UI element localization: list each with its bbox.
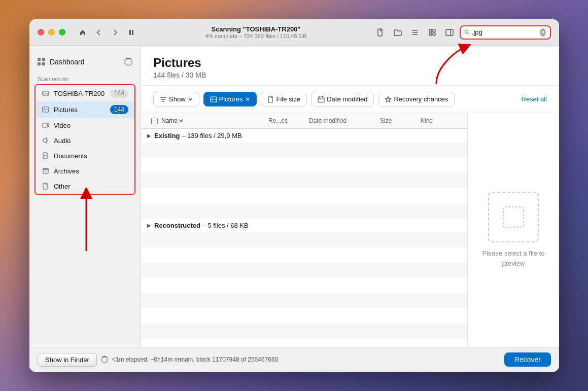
table-row[interactable] — [141, 263, 467, 278]
group-reconstructed[interactable]: ▶ Reconstructed – 5 files / 68 KB — [141, 219, 467, 232]
documents-icon — [42, 152, 50, 160]
preview-toggle-button[interactable] — [442, 25, 457, 40]
annotation-arrow-search — [431, 41, 472, 86]
table-row[interactable] — [141, 293, 467, 308]
chevron-existing: ▶ — [147, 133, 151, 138]
forward-button[interactable] — [108, 25, 122, 40]
sidebar-item-pictures-label: Pictures — [54, 106, 106, 114]
svg-rect-10 — [446, 29, 453, 35]
main-window: Scanning "TOSHIBA-TR200" 4% complete – 7… — [29, 19, 559, 372]
minimize-button[interactable] — [48, 29, 55, 35]
sidebar-item-pictures[interactable]: Pictures 144 — [36, 101, 134, 118]
search-icon — [465, 29, 470, 35]
header-size: Size — [380, 117, 421, 124]
preview-pane: Please select a file to preview — [468, 113, 559, 347]
svg-point-16 — [47, 94, 48, 95]
header-checkbox[interactable] — [147, 118, 161, 124]
preview-placeholder — [488, 192, 539, 242]
sidebar-item-archives-label: Archives — [54, 167, 128, 175]
search-clear-button[interactable]: ✕ — [540, 28, 546, 37]
svg-rect-8 — [429, 33, 432, 35]
sidebar-item-documents[interactable]: Documents — [36, 148, 134, 163]
header-recoveries: Re...es — [268, 117, 309, 124]
header-name-label: Name — [161, 117, 178, 124]
pictures-filter-label: Pictures — [219, 95, 243, 103]
header-name[interactable]: Name — [161, 117, 268, 124]
file-size-filter-button[interactable]: File size — [261, 92, 307, 106]
reset-all-button[interactable]: Reset all — [521, 95, 547, 103]
maximize-button[interactable] — [59, 29, 65, 35]
content-title: Pictures — [153, 56, 547, 70]
header-date: Date modified — [309, 117, 380, 124]
table-row[interactable] — [141, 158, 467, 173]
svg-rect-1 — [132, 30, 133, 35]
svg-rect-19 — [43, 123, 47, 127]
status-spinner — [101, 356, 108, 363]
sidebar-item-audio[interactable]: Audio — [36, 133, 134, 148]
content-header: Pictures 144 files / 30 MB — [141, 46, 559, 86]
file-list[interactable]: Name Re...es Date modified Size Kind ▶ — [141, 113, 468, 347]
sidebar-item-video-label: Video — [54, 122, 128, 129]
dashboard-label: Dashboard — [50, 58, 85, 66]
close-button[interactable] — [38, 29, 44, 35]
home-button[interactable] — [76, 25, 90, 40]
video-icon — [42, 121, 50, 129]
calendar-icon — [318, 96, 325, 103]
table-row[interactable] — [141, 203, 467, 219]
search-input[interactable] — [472, 28, 538, 36]
navigation-controls — [76, 25, 139, 40]
sidebar-item-video[interactable]: Video — [36, 118, 134, 133]
sidebar-item-toshiba[interactable]: TOSHIBA-TR200 144 — [36, 85, 134, 101]
other-icon — [42, 182, 50, 190]
file-icon-button[interactable] — [373, 25, 388, 40]
header-kind: Kind — [421, 117, 461, 124]
svg-line-13 — [468, 33, 469, 34]
show-in-finder-button[interactable]: Show in Finder — [38, 353, 97, 367]
sidebar-badge-toshiba: 144 — [110, 89, 128, 98]
sidebar-section: TOSHIBA-TR200 144 Pictures 144 — [34, 84, 135, 195]
svg-rect-7 — [433, 29, 435, 32]
search-box[interactable]: ✕ — [460, 25, 551, 40]
sidebar-item-archives[interactable]: Archives — [36, 163, 134, 179]
folder-button[interactable] — [391, 25, 405, 40]
recovery-chances-label: Recovery chances — [394, 95, 448, 103]
table-header: Name Re...es Date modified Size Kind — [141, 113, 467, 129]
chevron-reconstructed: ▶ — [147, 223, 151, 228]
grid-view-button[interactable] — [425, 25, 439, 40]
table-row[interactable] — [141, 232, 467, 247]
svg-rect-9 — [433, 33, 435, 35]
scan-results-label: Scan results — [29, 70, 141, 84]
preview-text: Please select a file to preview — [478, 248, 549, 268]
status-text: <1m elapsed, ~0h14m remain, block 117079… — [112, 356, 500, 363]
table-row[interactable] — [141, 173, 467, 188]
recovery-chances-filter-button[interactable]: Recovery chances — [378, 92, 455, 106]
back-button[interactable] — [92, 25, 106, 40]
toolbar-tools: ✕ — [373, 25, 551, 40]
table-row[interactable] — [141, 278, 467, 293]
show-filter-button[interactable]: Show — [153, 92, 199, 106]
traffic-lights — [38, 29, 65, 35]
table-row[interactable] — [141, 188, 467, 203]
show-label: Show — [169, 95, 186, 103]
group-reconstructed-label: Reconstructed – 5 files / 68 KB — [154, 222, 249, 229]
list-view-button[interactable] — [408, 25, 422, 40]
table-row[interactable] — [141, 143, 467, 158]
date-modified-label: Date modified — [327, 95, 367, 103]
pictures-filter-close[interactable]: ✕ — [245, 96, 250, 103]
status-bar: Show in Finder <1m elapsed, ~0h14m remai… — [29, 347, 559, 372]
pause-button[interactable] — [124, 25, 139, 40]
recover-button[interactable]: Recover — [504, 352, 551, 367]
scan-subtitle: 4% complete – 724 362 files / 110,45 GB — [205, 33, 307, 39]
table-row[interactable] — [141, 324, 467, 339]
table-row[interactable] — [141, 308, 467, 324]
filter-bar: Show Pictures ✕ — [141, 86, 559, 113]
table-row[interactable] — [141, 247, 467, 263]
dashboard-item[interactable]: Dashboard — [29, 54, 141, 70]
titlebar-info: Scanning "TOSHIBA-TR200" 4% complete – 7… — [145, 25, 367, 39]
select-all-checkbox[interactable] — [151, 118, 158, 124]
group-existing-label: Existing – 139 files / 29,9 MB — [154, 132, 242, 139]
group-existing[interactable]: ▶ Existing – 139 files / 29,9 MB — [141, 129, 467, 143]
date-modified-filter-button[interactable]: Date modified — [311, 92, 374, 106]
pictures-filter-button[interactable]: Pictures ✕ — [203, 92, 257, 106]
content-pane: Pictures 144 files / 30 MB Show — [141, 46, 559, 347]
